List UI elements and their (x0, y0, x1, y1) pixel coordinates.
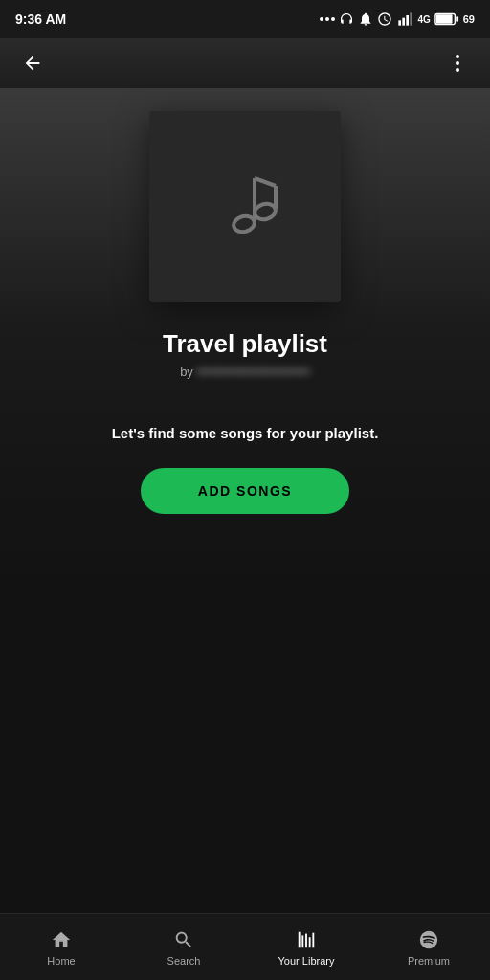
svg-rect-12 (299, 931, 301, 947)
playlist-author: by •••••••••••••••••••••••••• (180, 365, 310, 379)
status-dot-3 (331, 17, 335, 21)
svg-rect-16 (312, 932, 314, 947)
premium-label: Premium (408, 955, 450, 967)
bottom-nav: Home Search Your Library (0, 913, 490, 980)
search-icon (172, 928, 195, 951)
volte-label: 4G (417, 14, 430, 25)
svg-rect-14 (305, 933, 307, 947)
library-label: Your Library (278, 955, 335, 967)
premium-icon (417, 928, 440, 951)
home-label: Home (47, 955, 75, 967)
more-dot-3 (456, 68, 459, 72)
svg-rect-3 (411, 12, 413, 25)
more-dot-2 (456, 61, 459, 65)
signal-icon (396, 11, 413, 27)
more-options-button[interactable] (440, 46, 475, 80)
bell-icon (358, 11, 373, 27)
nav-item-premium[interactable]: Premium (390, 928, 467, 967)
status-dot-2 (325, 17, 329, 21)
status-time: 9:36 AM (15, 11, 66, 27)
home-icon (50, 928, 73, 951)
main-content: Travel playlist by •••••••••••••••••••••… (0, 88, 490, 913)
svg-rect-0 (399, 20, 402, 25)
clock-icon (377, 11, 392, 27)
battery-icon (434, 12, 459, 26)
back-button[interactable] (15, 46, 50, 80)
nav-item-library[interactable]: Your Library (268, 928, 345, 967)
top-nav (0, 38, 490, 88)
status-dot-1 (320, 17, 323, 21)
nav-item-search[interactable]: Search (145, 928, 222, 967)
library-icon (295, 928, 318, 951)
status-bar: 9:36 AM 4G (0, 0, 490, 38)
playlist-title: Travel playlist (163, 329, 327, 359)
playlist-cover (149, 111, 341, 302)
author-prefix: by (180, 365, 193, 379)
author-name: •••••••••••••••••••••••••• (197, 365, 310, 379)
search-label: Search (167, 955, 201, 967)
add-songs-button[interactable]: ADD SONGS (141, 468, 349, 514)
svg-rect-5 (436, 14, 453, 23)
svg-line-8 (255, 178, 276, 186)
svg-rect-2 (407, 15, 410, 26)
svg-point-10 (232, 213, 256, 234)
svg-point-11 (253, 201, 277, 221)
svg-rect-1 (403, 18, 406, 26)
more-dot-1 (456, 55, 459, 58)
music-note-icon (197, 159, 293, 255)
svg-rect-15 (309, 937, 311, 947)
status-dots (320, 17, 335, 21)
headphone-icon (339, 11, 354, 27)
find-songs-text: Let's find some songs for your playlist. (112, 425, 379, 441)
svg-rect-13 (301, 935, 303, 947)
nav-item-home[interactable]: Home (23, 928, 100, 967)
svg-rect-6 (456, 16, 458, 22)
status-icons: 4G 69 (320, 11, 475, 27)
battery-percent: 69 (463, 13, 475, 25)
